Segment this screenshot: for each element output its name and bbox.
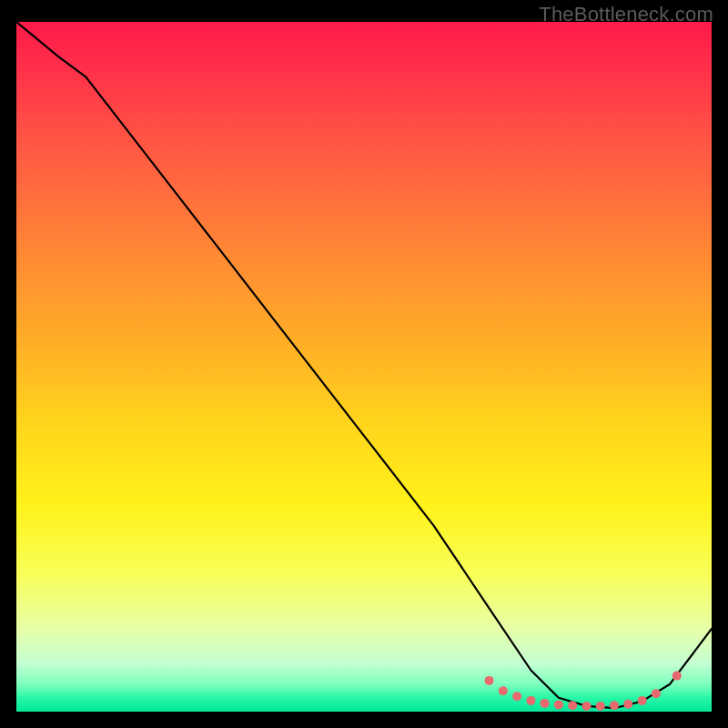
marker-dot xyxy=(485,676,494,685)
marker-dot xyxy=(623,700,632,709)
chart-svg xyxy=(16,22,712,712)
curve-line xyxy=(16,22,712,708)
marker-dot xyxy=(596,702,605,711)
marker-dot xyxy=(541,699,550,708)
watermark-text: TheBottleneck.com xyxy=(539,3,713,26)
marker-dot xyxy=(512,692,521,701)
marker-dot xyxy=(582,702,592,711)
marker-dot xyxy=(652,689,661,698)
marker-dot xyxy=(526,696,535,705)
marker-dot xyxy=(672,672,682,681)
marker-dot xyxy=(499,686,508,695)
marker-dot xyxy=(638,696,647,705)
marker-dot xyxy=(554,700,563,709)
marker-group xyxy=(485,672,682,711)
chart-frame: TheBottleneck.com xyxy=(0,0,728,728)
marker-dot xyxy=(610,701,619,710)
plot-area xyxy=(16,22,712,712)
marker-dot xyxy=(568,701,577,710)
